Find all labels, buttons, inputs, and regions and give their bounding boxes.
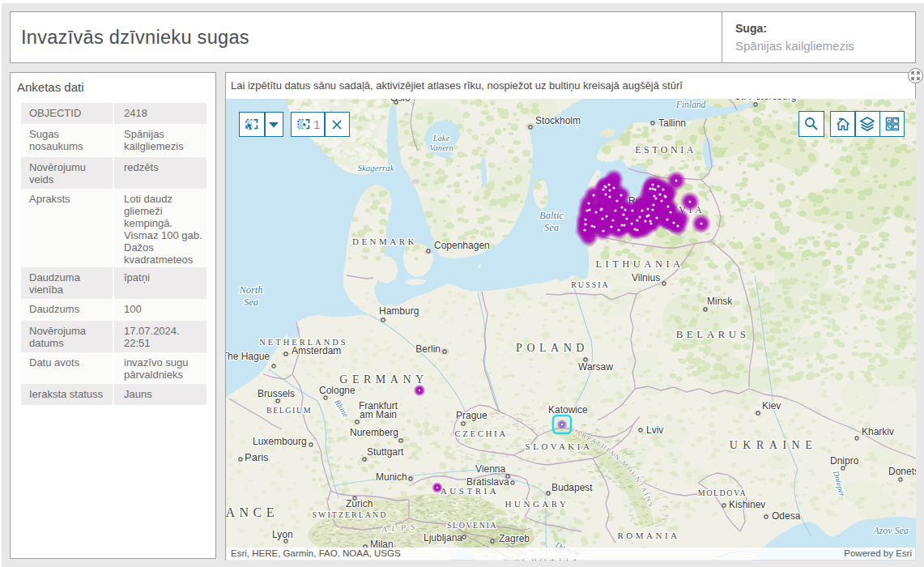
svg-text:Brussels: Brussels (258, 388, 295, 399)
svg-text:Amsterdam: Amsterdam (292, 345, 341, 356)
svg-text:Stockholm: Stockholm (535, 115, 581, 126)
svg-text:Vanern: Vanern (429, 143, 453, 152)
svg-text:Lyon: Lyon (272, 529, 293, 540)
svg-text:Nuremberg: Nuremberg (350, 427, 398, 438)
svg-text:Cologne: Cologne (319, 385, 356, 396)
svg-text:Berlin: Berlin (415, 343, 441, 355)
svg-text:ESTONIA: ESTONIA (635, 144, 696, 156)
svg-text:GERMANY: GERMANY (339, 373, 428, 386)
svg-text:SWITZERLAND: SWITZERLAND (312, 510, 387, 519)
svg-text:Oslo: Oslo (390, 99, 411, 104)
svg-text:BELGIUM: BELGIUM (266, 406, 312, 415)
svg-text:Munich: Munich (376, 471, 407, 483)
svg-text:Dnipro: Dnipro (830, 455, 859, 467)
svg-text:am Main: am Main (360, 409, 397, 420)
svg-text:SLOVENIA: SLOVENIA (447, 521, 497, 530)
svg-text:Vienna: Vienna (475, 463, 505, 475)
svg-text:North: North (238, 284, 262, 296)
svg-text:FRANCE: FRANCE (226, 505, 279, 519)
svg-text:UKRAINE: UKRAINE (730, 439, 818, 451)
svg-text:DENMARK: DENMARK (352, 237, 417, 246)
svg-text:Azov Sea: Azov Sea (872, 525, 909, 536)
svg-text:Odesa: Odesa (772, 510, 801, 522)
svg-text:CZECHIA: CZECHIA (454, 428, 507, 438)
svg-text:Ljubljana: Ljubljana (424, 532, 462, 544)
svg-text:Hamburg: Hamburg (379, 305, 419, 317)
svg-text:Vilnius: Vilnius (632, 272, 660, 284)
svg-text:Luxembourg: Luxembourg (253, 436, 307, 447)
svg-text:Stuttgart: Stuttgart (367, 446, 404, 458)
svg-text:Paris: Paris (245, 451, 269, 463)
svg-text:Kishinev: Kishinev (729, 499, 765, 510)
svg-text:BELARUS: BELARUS (676, 328, 750, 340)
svg-text:Finland: Finland (675, 100, 706, 109)
svg-text:Lviv: Lviv (646, 424, 663, 436)
svg-text:Sea: Sea (544, 222, 559, 233)
svg-text:Donets'k: Donets'k (888, 466, 916, 477)
svg-text:SLOVAKIA: SLOVAKIA (526, 441, 593, 451)
svg-text:Kiev: Kiev (762, 400, 781, 411)
svg-text:Baltic: Baltic (539, 210, 564, 221)
svg-text:RUSSIA: RUSSIA (571, 280, 610, 289)
svg-text:Tallinn: Tallinn (658, 117, 686, 129)
svg-text:Skagerrak: Skagerrak (357, 163, 394, 173)
svg-text:HUNGARY: HUNGARY (505, 499, 569, 509)
svg-text:Bratislava: Bratislava (466, 476, 509, 488)
svg-text:MOLDOVA: MOLDOVA (698, 488, 747, 497)
svg-text:Warsaw: Warsaw (578, 361, 613, 373)
svg-text:Zurich: Zurich (346, 498, 373, 509)
svg-text:Minsk: Minsk (707, 296, 733, 307)
svg-text:Katowice: Katowice (548, 404, 588, 416)
svg-text:ROMANIA: ROMANIA (617, 531, 679, 540)
svg-text:St. Petersburg: St. Petersburg (735, 99, 797, 102)
svg-text:Prague: Prague (456, 410, 488, 421)
svg-text:Sea: Sea (244, 296, 258, 308)
svg-text:Lake: Lake (432, 134, 450, 143)
svg-text:Zagreb: Zagreb (499, 533, 530, 544)
svg-text:LITHUANIA: LITHUANIA (595, 258, 683, 270)
svg-text:Kharkiv: Kharkiv (862, 426, 894, 437)
svg-text:Copenhagen: Copenhagen (434, 240, 490, 251)
svg-text:The Hague: The Hague (226, 351, 270, 362)
svg-text:Budapest: Budapest (551, 482, 593, 493)
svg-text:POLAND: POLAND (516, 342, 589, 354)
